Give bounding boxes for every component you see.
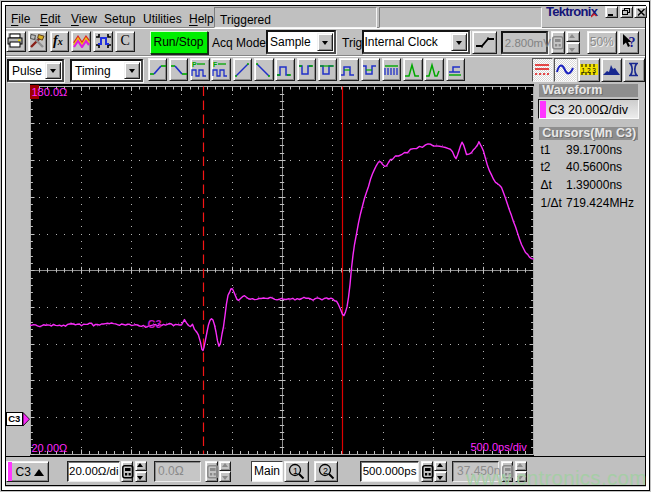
svg-text:?: ? — [629, 35, 636, 50]
svg-text:F: F — [213, 61, 218, 68]
svg-text:P: P — [192, 61, 197, 68]
svg-text:2: 2 — [323, 465, 328, 475]
svg-text:1: 1 — [293, 465, 298, 475]
svg-text:1 2 3: 1 2 3 — [581, 67, 596, 74]
